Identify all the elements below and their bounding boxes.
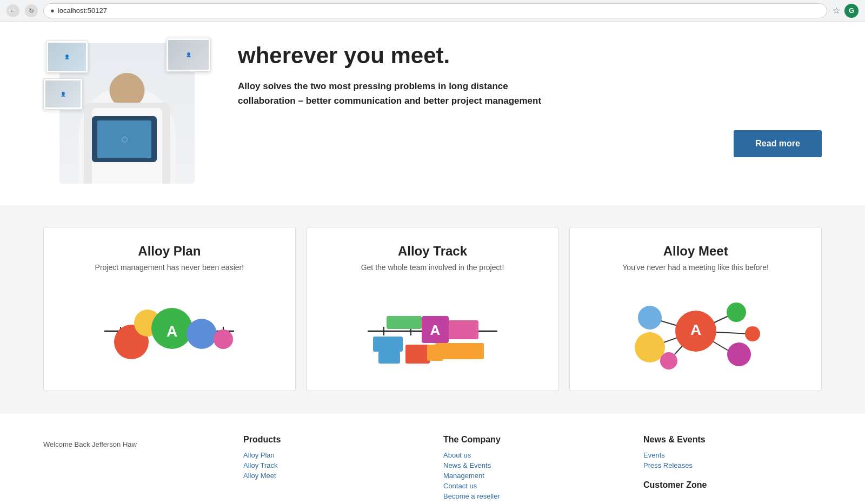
- hero-image: 👤 👤 👤 ◯: [43, 32, 216, 184]
- product-meet-desc: You've never had a meeting like this bef…: [581, 263, 810, 272]
- product-track-illustration: A: [318, 288, 548, 374]
- star-icon[interactable]: ☆: [833, 5, 840, 16]
- hero-text-area: wherever you meet. Alloy solves the two …: [238, 32, 822, 157]
- footer-link-alloy-plan[interactable]: Alloy Plan: [243, 451, 422, 459]
- tablet-graphic: ◯: [92, 116, 157, 162]
- browser-actions: ☆ G: [833, 4, 859, 18]
- url-text: localhost:50127: [58, 6, 107, 15]
- svg-rect-18: [387, 316, 422, 329]
- user-avatar[interactable]: G: [844, 4, 859, 18]
- footer-link-contact[interactable]: Contact us: [443, 482, 622, 490]
- svg-rect-19: [378, 352, 400, 364]
- plan-svg: A: [94, 293, 245, 369]
- product-card-meet[interactable]: Alloy Meet You've never had a meeting li…: [569, 227, 822, 391]
- svg-point-34: [727, 303, 746, 322]
- footer-customer-title: Customer Zone: [643, 480, 822, 490]
- footer-customer-section: Customer Zone: [643, 480, 822, 490]
- product-meet-illustration: A: [581, 288, 810, 374]
- footer-products-title: Products: [243, 435, 422, 445]
- svg-text:A: A: [690, 321, 701, 338]
- product-card-plan[interactable]: Alloy Plan Project management has never …: [43, 227, 296, 391]
- product-card-track[interactable]: Alloy Track Get the whole team involved …: [307, 227, 559, 391]
- svg-point-32: [638, 306, 662, 330]
- svg-point-36: [727, 342, 751, 366]
- hero-section: 👤 👤 👤 ◯: [0, 22, 865, 205]
- floating-photo-1: 👤: [46, 41, 88, 73]
- browser-chrome: ← ↻ ● localhost:50127 ☆ G: [0, 0, 865, 22]
- svg-point-37: [660, 352, 677, 369]
- svg-rect-17: [373, 337, 403, 352]
- footer-link-press[interactable]: Press Releases: [643, 461, 822, 469]
- footer-company-col: The Company About us News & Events Manag…: [443, 435, 622, 502]
- footer-news-title: News & Events: [643, 435, 822, 445]
- refresh-button[interactable]: ↻: [25, 4, 38, 17]
- footer-link-news-events[interactable]: News & Events: [443, 461, 622, 469]
- footer-company-title: The Company: [443, 435, 622, 445]
- footer-content: Welcome Back Jefferson Haw Products Allo…: [43, 435, 822, 502]
- lock-icon: ●: [50, 6, 55, 15]
- footer-link-management[interactable]: Management: [443, 472, 622, 480]
- svg-text:A: A: [167, 323, 177, 340]
- product-plan-desc: Project management has never been easier…: [55, 263, 284, 272]
- footer-link-reseller[interactable]: Become a reseller: [443, 492, 622, 500]
- footer-welcome-text: Welcome Back Jefferson Haw: [43, 435, 222, 448]
- read-more-button[interactable]: Read more: [734, 130, 822, 157]
- product-track-title: Alloy Track: [318, 244, 548, 259]
- svg-point-33: [635, 332, 665, 362]
- back-button[interactable]: ←: [6, 4, 19, 17]
- product-meet-title: Alloy Meet: [581, 244, 810, 259]
- product-plan-illustration: A: [55, 288, 284, 374]
- footer-link-events[interactable]: Events: [643, 451, 822, 459]
- footer-link-alloy-meet[interactable]: Alloy Meet: [243, 472, 422, 480]
- products-grid: Alloy Plan Project management has never …: [43, 227, 822, 391]
- svg-text:A: A: [430, 322, 441, 338]
- svg-point-9: [187, 319, 217, 349]
- footer-welcome-col: Welcome Back Jefferson Haw: [43, 435, 222, 502]
- track-svg: A: [357, 293, 508, 369]
- hero-cta-area: Read more: [238, 130, 822, 157]
- svg-point-10: [214, 330, 233, 349]
- floating-photo-2: 👤: [166, 38, 211, 72]
- footer: Welcome Back Jefferson Haw Products Allo…: [0, 413, 865, 504]
- product-plan-title: Alloy Plan: [55, 244, 284, 259]
- floating-photo-3: 👤: [43, 78, 83, 110]
- hero-title: wherever you meet.: [238, 43, 822, 68]
- footer-news-section: News & Events Events Press Releases: [643, 435, 822, 469]
- svg-rect-25: [427, 345, 443, 361]
- page-content: 👤 👤 👤 ◯: [0, 22, 865, 504]
- svg-rect-20: [405, 345, 430, 364]
- meet-svg: A: [620, 291, 771, 372]
- footer-news-col: News & Events Events Press Releases Cust…: [643, 435, 822, 502]
- svg-point-35: [745, 326, 760, 341]
- products-section: Alloy Plan Project management has never …: [0, 205, 865, 413]
- footer-link-alloy-track[interactable]: Alloy Track: [243, 461, 422, 469]
- footer-link-about[interactable]: About us: [443, 451, 622, 459]
- product-track-desc: Get the whole team involved in the proje…: [318, 263, 548, 272]
- url-bar[interactable]: ● localhost:50127: [43, 3, 827, 18]
- hero-description: Alloy solves the two most pressing probl…: [238, 79, 562, 108]
- footer-products-col: Products Alloy Plan Alloy Track Alloy Me…: [243, 435, 422, 502]
